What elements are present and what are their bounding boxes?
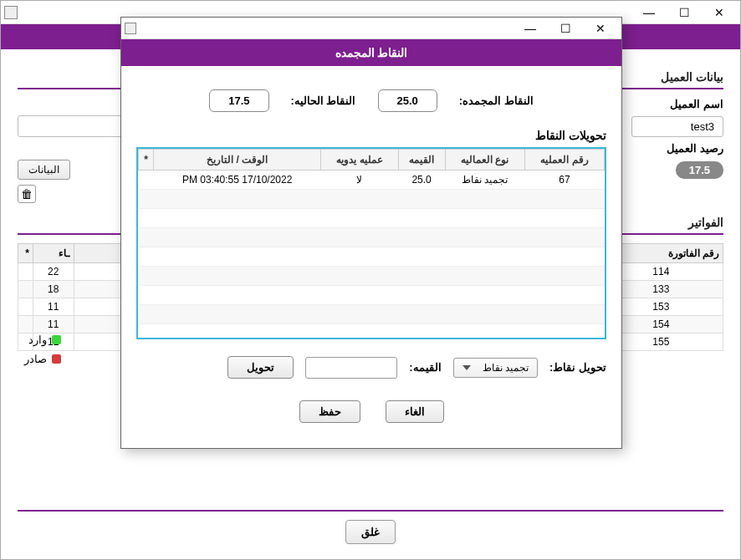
dialog-maximize-button[interactable]: ☐ [548,18,583,38]
legend-incoming-icon [52,335,61,344]
convert-button[interactable]: تحويل [227,356,294,379]
legend-outgoing-icon [52,354,61,364]
frozen-points-label: النقاط المجمده: [459,94,534,107]
legend-incoming-label: وارد [28,333,47,346]
transactions-table: رقم العمليه نوع العماليه القيمه عمليه يد… [138,149,605,339]
dialog-icon [125,23,136,34]
cancel-button[interactable]: الغاء [386,400,444,423]
convert-type-dropdown[interactable]: تجميد نقاط [453,358,538,378]
col-id: رقم العمليه [524,150,604,171]
data-button[interactable]: البيانات [18,160,70,180]
current-points-label: النقاط الحاليه: [291,94,356,107]
col-manual: عمليه يدويه [321,150,398,171]
save-button[interactable]: حفظ [299,400,360,423]
main-minimize-button[interactable]: — [631,3,667,23]
inv-col-end: ـاء [33,244,74,263]
divider [18,510,723,512]
col-add[interactable]: * [139,150,154,171]
col-datetime: الوقت / التاريخ [154,150,321,171]
legend: وارد صادر [24,333,61,365]
main-close-button[interactable]: ✕ [702,3,737,23]
customer-name-input[interactable] [631,116,723,137]
frozen-points-value: 25.0 [378,89,437,112]
chevron-down-icon [462,364,471,372]
transactions-title: تحويلات النقاط [136,129,606,142]
customer-balance-badge: 17.5 [676,161,723,179]
dropdown-selected: تجميد نقاط [483,362,529,374]
transactions-table-frame[interactable]: رقم العمليه نوع العماليه القيمه عمليه يد… [136,147,606,339]
convert-points-label: تحويل نقاط: [549,361,606,374]
dialog-titlebar: — ☐ ✕ [121,18,621,39]
value-label: القيمه: [409,361,441,374]
customer-balance-label: رصيد العميل [657,142,723,155]
dialog-title: النقاط المجمده [121,39,621,66]
customer-name-label: اسم العميل [657,98,723,110]
dialog-close-button[interactable]: ✕ [583,18,618,38]
frozen-points-dialog: — ☐ ✕ النقاط المجمده النقاط المجمده: 25.… [120,17,622,449]
value-input[interactable] [305,357,397,379]
close-button[interactable]: غلق [345,520,396,544]
dialog-minimize-button[interactable]: — [513,18,548,38]
col-value: القيمه [398,150,445,171]
delete-icon[interactable]: 🗑 [18,185,36,203]
legend-outgoing-label: صادر [24,353,47,365]
app-icon [4,6,18,19]
current-points-value: 17.5 [209,89,268,112]
col-type: نوع العماليه [445,150,524,171]
main-maximize-button[interactable]: ☐ [667,3,702,23]
table-row[interactable]: 67تجميد نقاط25.0لا17/10/2022 03:40:55 PM [139,171,605,190]
